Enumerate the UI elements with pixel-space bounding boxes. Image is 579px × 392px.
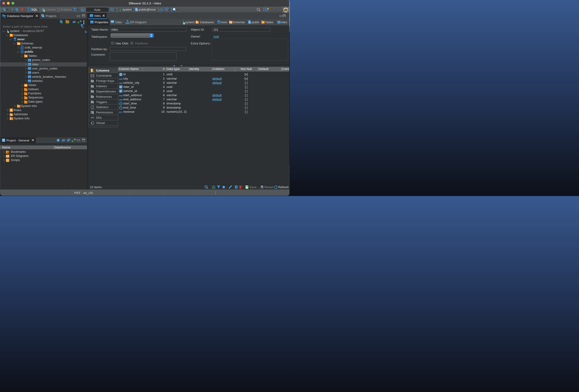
svg-text:T: T bbox=[92, 116, 93, 119]
svg-text:ABC: ABC bbox=[119, 82, 123, 84]
svg-text:123: 123 bbox=[119, 111, 122, 113]
svg-text:ABC: ABC bbox=[119, 95, 123, 97]
svg-text:ABC: ABC bbox=[119, 99, 123, 101]
svg-text:ABC: ABC bbox=[119, 78, 123, 80]
